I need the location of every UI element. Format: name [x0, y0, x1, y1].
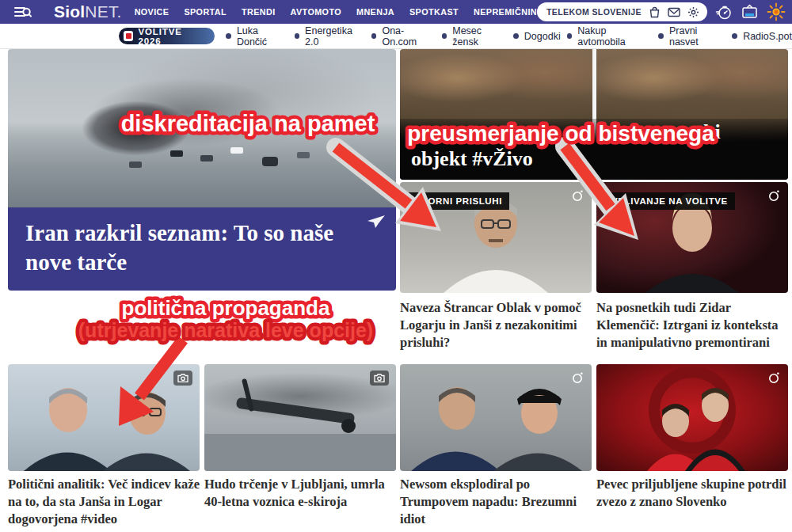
subnav-item-dogodki[interactable]: Dogodki: [513, 31, 561, 42]
couple-red-stage-graphic: [596, 364, 788, 471]
video-headline-line2[interactable]: objekt #vŽivo: [411, 147, 533, 171]
nav-item-mnenja[interactable]: MNENJA: [356, 7, 394, 17]
nav-item-avtomoto[interactable]: AVTOMOTO: [291, 7, 341, 17]
gear-icon[interactable]: [687, 6, 699, 18]
annotation-text-3-line2: (utrjevanje narativa leve opcije): [78, 319, 373, 341]
bullet-dot: [513, 33, 519, 39]
article-pevec-title[interactable]: Pevec priljubljene skupine potrdil zvezo…: [596, 476, 788, 511]
logo-bold: Siol: [54, 2, 85, 21]
ballot-icon: [124, 31, 133, 41]
camera-icon: [173, 370, 192, 386]
nav-item-nepremicnine[interactable]: NEPREMIČNINE: [474, 7, 543, 17]
camera-icon: [370, 370, 389, 386]
bullet-dot: [371, 33, 377, 39]
volitve-badge-label: VOLITVE 2026: [138, 27, 205, 46]
menu-search-icon[interactable]: [14, 6, 32, 18]
scooter-crash-graphic: [204, 364, 396, 471]
shopping-bag-icon[interactable]: [649, 6, 661, 18]
camera-lens-icon: [767, 189, 780, 205]
nav-item-sportal[interactable]: SPORTAL: [184, 7, 227, 17]
article-newsom-image[interactable]: [400, 364, 592, 471]
two-men-graphic: [400, 364, 592, 471]
bullet-dot: [658, 33, 664, 39]
annotation-text-3-line1: politična propaganda: [122, 296, 330, 320]
top-navbar: SiolNET. NOVICE SPORTAL TRENDI AVTOMOTO …: [0, 0, 792, 24]
weather-sun-icon[interactable]: [767, 2, 786, 21]
nav-item-trendi[interactable]: TRENDI: [242, 7, 276, 17]
subnav-links: Luka Dončić Energetika 2.0 Ona-On.com Me…: [226, 25, 792, 48]
article-volitve-title[interactable]: Na posnetkih tudi Zidar Klemenčič: Iztrg…: [596, 299, 788, 352]
subnav-item-mesec-zensk[interactable]: Mesec žensk: [442, 25, 507, 48]
article-label: SPORNI PRISLUHI: [408, 192, 509, 210]
bullet-dot: [226, 33, 231, 39]
camera-lens-icon: [767, 371, 780, 387]
subnav-item-ona-on[interactable]: Ona-On.com: [371, 25, 436, 48]
secondary-navbar: VOLITVE 2026 Luka Dončić Energetika 2.0 …: [0, 24, 792, 49]
stopwatch-icon[interactable]: [715, 3, 733, 21]
hero-article[interactable]: Iran razkril seznam: To so naše nove tar…: [8, 207, 396, 291]
hero-article-image[interactable]: [8, 49, 396, 207]
article-trcenje-image[interactable]: [204, 364, 396, 471]
siol-homepage: SiolNET. NOVICE SPORTAL TRENDI AVTOMOTO …: [0, 0, 792, 532]
subnav-item-radiospot[interactable]: RadioS.pot: [732, 31, 792, 42]
volitve-2026-badge[interactable]: VOLITVE 2026: [119, 28, 215, 44]
article-label: VPLIVANJE NA VOLITVE: [604, 192, 735, 210]
siol-logo[interactable]: SiolNET.: [54, 2, 122, 21]
camera-lens-icon: [571, 371, 584, 387]
subnav-item-nakup-avtomobila[interactable]: Nakup avtomobila: [567, 25, 653, 48]
nav-item-spotkast[interactable]: SPOTKAST: [409, 7, 459, 17]
navbar-right: TELEKOM SLOVENIJE: [537, 0, 786, 24]
video-article[interactable]: ski objekt #vŽivo: [400, 49, 788, 180]
article-volitve-image[interactable]: VPLIVANJE NA VOLITVE: [596, 182, 788, 293]
tv-icon[interactable]: [741, 3, 759, 21]
mail-icon[interactable]: [668, 7, 680, 17]
camera-lens-icon: [571, 189, 584, 205]
telekom-label: TELEKOM SLOVENIJE: [546, 7, 642, 17]
article-prisluhi-image[interactable]: SPORNI PRISLUHI: [400, 182, 592, 293]
article-prisluhi-title[interactable]: Naveza Štrancar Oblak v pomoč Logarju in…: [400, 299, 592, 352]
article-trcenje-title[interactable]: Hudo trčenje v Ljubljani, umrla 40-letna…: [204, 476, 396, 511]
hero-title[interactable]: Iran razkril seznam: To so naše nove tar…: [8, 207, 396, 277]
logo-light: NET.: [85, 2, 121, 21]
bullet-dot: [567, 33, 573, 39]
article-pevec-image[interactable]: [596, 364, 788, 471]
article-analitik-image[interactable]: [8, 364, 200, 471]
bullet-dot: [295, 33, 300, 39]
highway-cars-graphic: [170, 150, 183, 157]
subnav-item-energetika[interactable]: Energetika 2.0: [295, 25, 365, 48]
subnav-item-pravni-nasvet[interactable]: Pravni nasvet: [658, 25, 725, 48]
two-politicians-graphic: [8, 364, 200, 471]
video-headline-fragment[interactable]: ski: [695, 120, 721, 144]
paper-plane-icon: [367, 215, 385, 231]
nav-item-novice[interactable]: NOVICE: [135, 7, 169, 17]
article-newsom-title[interactable]: Newsom eksplodiral po Trumpovem napadu: …: [400, 476, 592, 528]
subnav-item-luka-doncic[interactable]: Luka Dončić: [226, 25, 287, 48]
article-analitik-title[interactable]: Politični analitik: Več indicev kaže na …: [8, 476, 200, 528]
bullet-dot: [442, 33, 447, 39]
frame-seam: [592, 49, 596, 120]
bullet-dot: [732, 33, 737, 39]
telekom-widget[interactable]: TELEKOM SLOVENIJE: [537, 2, 707, 21]
